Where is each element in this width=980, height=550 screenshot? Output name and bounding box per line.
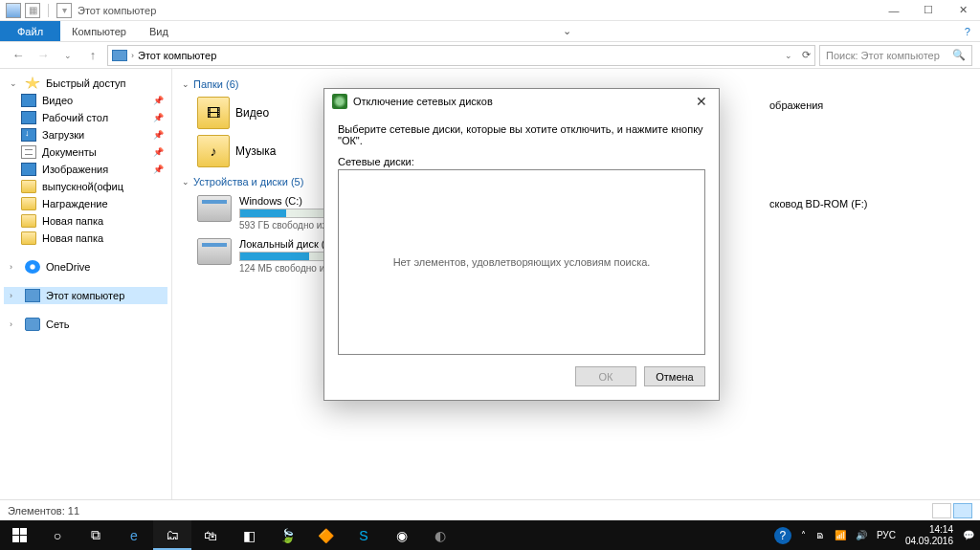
taskview-button[interactable]: ⧉ <box>77 520 115 550</box>
empty-message: Нет элементов, удовлетворяющих условиям … <box>393 256 651 268</box>
file-tab[interactable]: Файл <box>0 21 60 41</box>
expand-icon[interactable]: › <box>10 319 19 329</box>
folder-icon <box>21 231 36 245</box>
action-center-icon[interactable]: 💬 <box>963 530 974 540</box>
app-button[interactable]: 🔶 <box>306 520 345 550</box>
app-button[interactable]: 🍃 <box>268 520 306 550</box>
disconnect-dialog: Отключение сетевых дисков ✕ Выберите сет… <box>323 88 720 401</box>
sidebar-item-video[interactable]: Видео📌 <box>4 92 167 109</box>
dialog-icon <box>332 94 347 109</box>
computer-tab[interactable]: Компьютер <box>60 21 138 41</box>
breadcrumb[interactable]: Этот компьютер <box>138 50 216 61</box>
cancel-button[interactable]: Отмена <box>644 366 705 386</box>
up-button[interactable]: ↑ <box>82 45 103 66</box>
video-folder-icon: 🎞 <box>197 97 230 129</box>
nav-pane: ⌄ Быстрый доступ Видео📌 Рабочий стол📌 За… <box>0 69 172 530</box>
quick-access[interactable]: ⌄ Быстрый доступ <box>4 75 167 92</box>
partial-label: ображения <box>769 99 823 111</box>
skype-button[interactable]: S <box>345 520 383 550</box>
taskbar: ○ ⧉ e 🗂 🛍 ◧ 🍃 🔶 S ◉ ◐ ? ˄ 🗈 📶 🔊 РУС 14:1… <box>0 520 980 550</box>
details-view-button[interactable] <box>932 503 951 518</box>
view-tab[interactable]: Вид <box>138 21 180 41</box>
help-tray-icon[interactable]: ? <box>774 527 791 544</box>
sidebar-item-folder[interactable]: Награждение <box>4 195 167 212</box>
back-button[interactable]: ← <box>8 45 29 66</box>
sidebar-onedrive[interactable]: ›OneDrive <box>4 258 167 275</box>
video-library[interactable]: 🎞Видео <box>197 94 269 132</box>
sidebar-item-desktop[interactable]: Рабочий стол📌 <box>4 109 167 126</box>
store-button[interactable]: 🛍 <box>191 520 230 550</box>
tray-chevron-icon[interactable]: ˄ <box>801 530 806 540</box>
qat-dropdown[interactable]: ▾ <box>56 3 72 18</box>
desktop-icon <box>21 111 36 124</box>
pin-icon: 📌 <box>153 147 164 157</box>
network-tray-icon[interactable]: 📶 <box>835 530 846 540</box>
search-input[interactable]: Поиск: Этот компьютер 🔍 <box>819 45 972 66</box>
pin-icon: 📌 <box>153 113 164 122</box>
window-title: Этот компьютер <box>78 5 156 16</box>
help-icon[interactable]: ? <box>955 21 980 41</box>
explorer-button[interactable]: 🗂 <box>153 520 191 550</box>
tiles-view-button[interactable] <box>953 503 972 518</box>
item-count: Элементов: 11 <box>8 505 79 517</box>
expand-icon[interactable]: › <box>10 262 19 272</box>
video-icon <box>21 94 36 107</box>
refresh-icon[interactable]: ⟳ <box>802 49 811 61</box>
star-icon <box>25 77 40 90</box>
ok-button[interactable]: ОК <box>575 366 636 386</box>
battery-icon[interactable]: 🗈 <box>815 530 825 540</box>
steam-button[interactable]: ◐ <box>421 520 459 550</box>
sidebar-item-downloads[interactable]: Загрузки📌 <box>4 126 167 143</box>
start-button[interactable] <box>0 520 38 550</box>
close-button[interactable]: ✕ <box>946 0 980 21</box>
images-icon <box>21 163 36 176</box>
pc-icon <box>112 50 127 61</box>
minimize-button[interactable]: — <box>877 0 911 21</box>
music-folder-icon: ♪ <box>197 135 230 167</box>
dialog-instruction: Выберите сетевые диски, которые вы хотит… <box>338 123 705 146</box>
sidebar-network[interactable]: ›Сеть <box>4 316 167 333</box>
sidebar-item-folder[interactable]: выпускной(офиц <box>4 178 167 195</box>
expand-icon[interactable]: › <box>10 291 19 300</box>
address-bar: ← → ⌄ ↑ › Этот компьютер ⌄ ⟳ Поиск: Этот… <box>0 42 980 69</box>
ribbon: Файл Компьютер Вид ⌄ ? <box>0 21 980 42</box>
network-drives-list[interactable]: Нет элементов, удовлетворяющих условиям … <box>338 169 705 355</box>
chevron-icon: › <box>131 51 134 60</box>
sidebar-this-pc[interactable]: ›Этот компьютер <box>4 287 167 304</box>
drive-icon <box>197 195 232 222</box>
dialog-close-button[interactable]: ✕ <box>692 94 711 109</box>
music-library[interactable]: ♪Музыка <box>197 132 276 170</box>
clock[interactable]: 14:14 04.09.2016 <box>905 524 953 547</box>
downloads-icon <box>21 128 36 142</box>
address-box[interactable]: › Этот компьютер ⌄ ⟳ <box>107 45 815 66</box>
sidebar-item-folder[interactable]: Новая папка <box>4 212 167 230</box>
qat-properties[interactable]: ▦ <box>25 3 40 18</box>
search-placeholder: Поиск: Этот компьютер <box>826 50 940 61</box>
chevron-down-icon[interactable]: ⌄ <box>785 51 792 60</box>
pc-icon <box>25 289 40 302</box>
app-button[interactable]: ◧ <box>230 520 268 550</box>
dialog-list-label: Сетевые диски: <box>338 156 705 167</box>
documents-icon <box>21 145 36 159</box>
maximize-button[interactable]: ☐ <box>911 0 946 21</box>
edge-button[interactable]: e <box>115 520 153 550</box>
folder-icon <box>21 214 36 228</box>
sidebar-item-images[interactable]: Изображения📌 <box>4 161 167 178</box>
sidebar-item-documents[interactable]: Документы📌 <box>4 143 167 161</box>
search-button[interactable]: ○ <box>38 520 77 550</box>
chrome-button[interactable]: ◉ <box>383 520 421 550</box>
folder-icon <box>21 180 36 193</box>
forward-button[interactable]: → <box>33 45 54 66</box>
language-indicator[interactable]: РУС <box>877 530 896 540</box>
sidebar-item-folder[interactable]: Новая папка <box>4 230 167 247</box>
qat-icon[interactable] <box>6 3 21 18</box>
volume-icon[interactable]: 🔊 <box>856 530 867 540</box>
expand-icon[interactable]: ⌄ <box>10 78 19 88</box>
recent-dropdown[interactable]: ⌄ <box>57 45 78 66</box>
dialog-title: Отключение сетевых дисков <box>353 96 493 107</box>
pin-icon: 📌 <box>153 165 164 174</box>
drive-icon <box>197 238 232 265</box>
status-bar: Элементов: 11 <box>0 499 980 520</box>
pin-icon: 📌 <box>153 130 164 140</box>
ribbon-expand-icon[interactable]: ⌄ <box>553 21 581 41</box>
